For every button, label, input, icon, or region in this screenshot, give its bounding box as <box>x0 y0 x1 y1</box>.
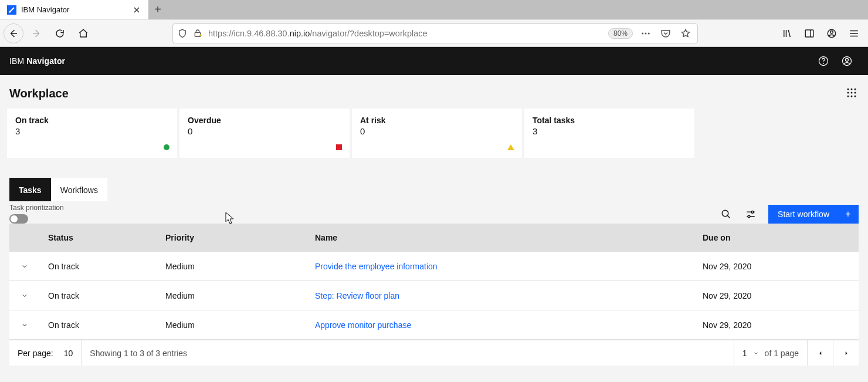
url-text: https://icn.9.46.88.30.nip.io/navigator/… <box>208 29 602 38</box>
cell-status: On track <box>40 262 157 271</box>
svg-point-1 <box>9 11 11 12</box>
bookmark-star-icon[interactable] <box>679 23 693 44</box>
card-at-risk[interactable]: At risk 0 <box>352 109 522 158</box>
task-name-link[interactable]: Provide the employee information <box>315 262 438 271</box>
status-red-square-icon <box>336 144 342 150</box>
home-button[interactable] <box>73 23 94 44</box>
table-row: On track Medium Provide the employee inf… <box>9 252 859 281</box>
card-total[interactable]: Total tasks 3 <box>524 109 694 158</box>
cell-name: Approve monitor purchase <box>307 320 694 330</box>
library-button[interactable] <box>777 23 798 44</box>
svg-rect-2 <box>195 32 200 36</box>
tasks-table: Status Priority Name Due on On track Med… <box>9 224 859 366</box>
tracking-shield-icon[interactable] <box>178 29 187 38</box>
per-page-value[interactable]: 10 <box>64 349 73 358</box>
svg-point-23 <box>751 211 754 213</box>
new-tab-button[interactable]: + <box>148 0 167 19</box>
cell-priority: Medium <box>157 262 307 271</box>
account-button[interactable] <box>821 23 842 44</box>
svg-point-16 <box>847 92 849 93</box>
browser-toolbar: https://icn.9.46.88.30.nip.io/navigator/… <box>0 19 868 47</box>
svg-point-10 <box>823 63 824 64</box>
card-label: Overdue <box>188 116 341 125</box>
cell-priority: Medium <box>157 291 307 300</box>
app-menu-button[interactable] <box>843 23 864 44</box>
browser-tab-strip: IBM Navigator + <box>0 0 868 19</box>
app-brand: IBM Navigator <box>9 56 65 66</box>
row-expand-button[interactable] <box>9 322 40 329</box>
plus-icon: + <box>838 205 859 224</box>
chevron-down-icon <box>753 350 759 356</box>
svg-point-12 <box>846 58 849 61</box>
lock-warning-icon[interactable] <box>193 29 202 38</box>
svg-point-21 <box>855 95 856 97</box>
task-prioritization-toggle-group: Task prioritization <box>9 204 64 224</box>
sidebar-button[interactable] <box>799 23 820 44</box>
tab-tasks[interactable]: Tasks <box>9 178 51 201</box>
summary-cards: On track 3 Overdue 0 At risk 0 Total tas… <box>0 109 868 158</box>
cell-due: Nov 29, 2020 <box>694 291 859 300</box>
card-value: 3 <box>15 126 169 136</box>
task-prioritization-toggle[interactable] <box>9 214 28 224</box>
svg-point-18 <box>855 92 856 93</box>
card-label: On track <box>15 116 169 125</box>
table-footer: Per page: 10 Showing 1 to 3 of 3 entries… <box>9 340 859 366</box>
card-on-track[interactable]: On track 3 <box>7 109 177 158</box>
tab-favicon <box>7 5 16 15</box>
start-workflow-label: Start workflow <box>778 209 829 219</box>
prev-page-button[interactable] <box>807 340 833 366</box>
col-priority[interactable]: Priority <box>157 233 307 242</box>
tab-workflows[interactable]: Workflows <box>51 178 107 201</box>
svg-point-17 <box>851 92 853 93</box>
card-overdue[interactable]: Overdue 0 <box>179 109 350 158</box>
row-expand-button[interactable] <box>9 263 40 270</box>
address-bar[interactable]: https://icn.9.46.88.30.nip.io/navigator/… <box>172 23 698 43</box>
svg-point-22 <box>722 210 728 217</box>
nav-back-button[interactable] <box>4 23 23 43</box>
cell-status: On track <box>40 291 157 300</box>
next-page-button[interactable] <box>833 340 859 366</box>
page-current: 1 <box>742 349 747 358</box>
svg-rect-6 <box>805 30 813 37</box>
page-actions-button[interactable] <box>639 23 653 44</box>
page-select[interactable]: 1 of 1 page <box>734 340 807 366</box>
cell-due: Nov 29, 2020 <box>694 320 859 330</box>
table-row: On track Medium Step: Review floor plan … <box>9 281 859 310</box>
zoom-level-badge[interactable]: 80% <box>608 28 633 39</box>
svg-point-8 <box>830 31 833 33</box>
col-status[interactable]: Status <box>40 233 157 242</box>
reload-button[interactable] <box>49 23 70 44</box>
page-title: Workplace <box>9 87 69 100</box>
apps-grid-button[interactable] <box>847 88 859 100</box>
task-name-link[interactable]: Step: Review floor plan <box>315 291 399 300</box>
tab-title: IBM Navigator <box>21 5 127 14</box>
svg-point-19 <box>847 95 849 97</box>
task-name-link[interactable]: Approve monitor purchase <box>315 320 411 330</box>
cell-status: On track <box>40 320 157 330</box>
row-expand-button[interactable] <box>9 292 40 299</box>
search-button[interactable] <box>719 207 733 221</box>
cell-name: Provide the employee information <box>307 262 694 271</box>
browser-tab[interactable]: IBM Navigator <box>0 0 148 19</box>
card-value: 0 <box>188 126 341 136</box>
card-value: 3 <box>533 126 686 136</box>
filter-settings-button[interactable] <box>744 207 758 221</box>
app-header: IBM Navigator <box>0 47 868 75</box>
help-button[interactable] <box>812 49 835 73</box>
col-due[interactable]: Due on <box>694 233 859 242</box>
user-avatar-button[interactable] <box>835 49 859 73</box>
svg-point-14 <box>851 88 853 90</box>
svg-point-13 <box>847 88 849 90</box>
card-label: At risk <box>360 116 514 125</box>
table-row: On track Medium Approve monitor purchase… <box>9 310 859 340</box>
col-name[interactable]: Name <box>307 233 694 242</box>
per-page-label: Per page: <box>18 349 53 358</box>
nav-forward-button[interactable] <box>26 23 47 44</box>
svg-point-24 <box>748 215 750 218</box>
cell-due: Nov 29, 2020 <box>694 262 859 271</box>
svg-point-15 <box>855 88 856 90</box>
svg-point-4 <box>645 32 647 34</box>
start-workflow-button[interactable]: Start workflow + <box>768 205 859 224</box>
reader-pocket-icon[interactable] <box>659 23 673 44</box>
tab-close-button[interactable] <box>132 5 141 15</box>
